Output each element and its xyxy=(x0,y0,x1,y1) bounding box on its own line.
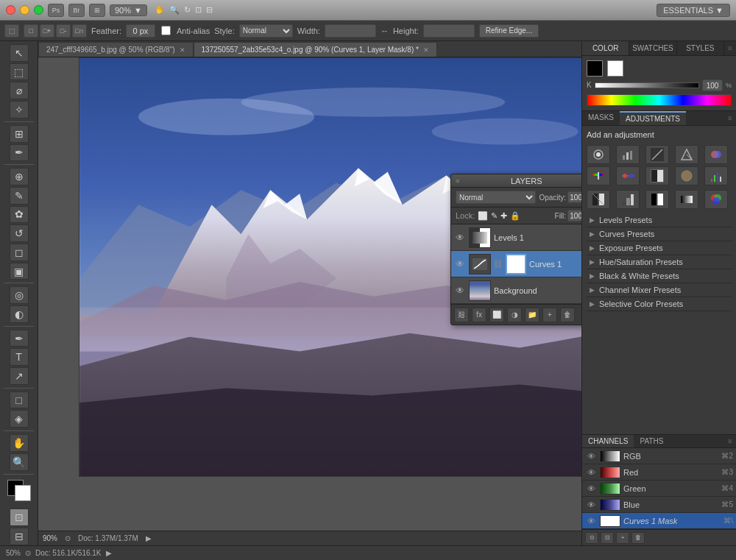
gradmap-adj-icon[interactable] xyxy=(675,190,698,209)
tab-1-close[interactable]: ✕ xyxy=(180,46,185,54)
layer-fx-btn[interactable]: fx xyxy=(472,308,486,322)
k-value-input[interactable] xyxy=(702,79,723,91)
move-tool[interactable]: ↖ xyxy=(10,44,29,62)
zoom-tool[interactable]: 🔍 xyxy=(10,453,29,471)
tab-1[interactable]: 247_cfff349665_b.jpg @ 50% (RGB/8") ✕ xyxy=(38,42,194,57)
preset-item-exposure[interactable]: ▶ Exposure Presets xyxy=(587,241,732,255)
layer-row-background[interactable]: 👁 Background 🔒 xyxy=(451,277,581,304)
selcolor-adj-icon[interactable] xyxy=(704,190,728,209)
layer-group-btn[interactable]: 📁 xyxy=(525,308,539,322)
crop-tool[interactable]: ⊞ xyxy=(10,125,29,143)
magic-wand-tool[interactable]: ✧ xyxy=(10,101,29,118)
dodge-tool[interactable]: ◐ xyxy=(10,305,29,323)
layout2-icon[interactable]: ⊡ xyxy=(195,5,202,15)
colorbalance-adj-icon[interactable] xyxy=(616,166,640,185)
tab-styles[interactable]: STYLES xyxy=(677,41,724,55)
layer-adj-btn[interactable]: ◑ xyxy=(507,308,522,322)
selection-tool-icon[interactable]: ⬚ xyxy=(4,24,19,38)
layer-mask-btn[interactable]: ⬜ xyxy=(489,308,504,322)
invert-adj-icon[interactable] xyxy=(587,190,610,209)
selection-rect-tool[interactable]: ⬚ xyxy=(10,63,29,81)
zoom-tool-icon[interactable]: 🔍 xyxy=(169,5,180,15)
minimize-button[interactable] xyxy=(20,5,29,15)
panel-close-icon[interactable]: ≡ xyxy=(724,41,736,55)
layer-eye-levels[interactable]: 👁 xyxy=(454,232,466,244)
layer-new-btn[interactable]: + xyxy=(542,308,557,322)
layer-row-levels[interactable]: 👁 Levels 1 xyxy=(451,224,581,251)
quick-mask-tool[interactable]: ⊡ xyxy=(10,508,29,526)
close-button[interactable] xyxy=(6,5,15,15)
tab-2-close[interactable]: ✕ xyxy=(423,46,429,54)
maximize-button[interactable] xyxy=(34,5,43,15)
eyedropper-tool[interactable]: ✒ xyxy=(10,144,29,162)
pen-tool[interactable]: ✒ xyxy=(10,330,29,347)
tab-paths[interactable]: PATHS xyxy=(634,435,669,447)
hand-tool-icon[interactable]: ✋ xyxy=(155,5,165,15)
channels-delete-btn[interactable]: 🗑 xyxy=(631,532,645,544)
layer-eye-curves[interactable]: 👁 xyxy=(454,258,466,270)
blend-mode-select[interactable]: Normal Multiply Screen xyxy=(456,191,536,204)
color-spectrum-bar[interactable] xyxy=(587,94,732,106)
layer-row-curves[interactable]: 👁 ⛓ Curves 1 xyxy=(451,251,581,277)
tab-adjustments[interactable]: ADJUSTMENTS xyxy=(620,111,686,125)
curves-adj-icon[interactable] xyxy=(645,145,669,164)
antialias-checkbox[interactable] xyxy=(161,26,171,35)
tab-swatches[interactable]: SWATCHES xyxy=(629,41,676,55)
feather-input[interactable] xyxy=(126,24,155,38)
channels-new-btn[interactable]: + xyxy=(616,532,629,544)
clone-tool[interactable]: ✿ xyxy=(10,206,29,224)
channels-sel-btn[interactable]: ⊡ xyxy=(601,532,614,544)
sub-sel-icon[interactable]: □- xyxy=(56,24,71,38)
lock-trans-icon[interactable]: ⬜ xyxy=(478,211,488,221)
tab-channels[interactable]: CHANNELS xyxy=(582,435,634,447)
threshold-adj-icon[interactable] xyxy=(645,190,669,209)
width-input[interactable] xyxy=(325,24,376,38)
exposure-adj-icon[interactable] xyxy=(675,145,698,164)
preset-item-levels[interactable]: ▶ Levels Presets xyxy=(587,213,732,227)
layout-icon[interactable]: ⊞ xyxy=(89,4,105,17)
channel-eye-green[interactable]: 👁 xyxy=(585,484,597,493)
layout3-icon[interactable]: ⊟ xyxy=(206,5,213,15)
rotate-tool-icon[interactable]: ↻ xyxy=(184,5,191,15)
bw-adj-icon[interactable] xyxy=(645,166,669,185)
tab-color[interactable]: COLOR xyxy=(582,41,629,55)
posterize-adj-icon[interactable] xyxy=(616,190,640,209)
panel-menu-icon[interactable]: ≡ xyxy=(724,111,736,125)
tab-masks[interactable]: MASKS xyxy=(582,111,620,125)
vibrance-adj-icon[interactable] xyxy=(704,145,728,164)
intersect-sel-icon[interactable]: □∩ xyxy=(72,24,87,38)
preset-item-channelmix[interactable]: ▶ Channel Mixer Presets xyxy=(587,283,732,297)
channels-panel-menu[interactable]: ≡ xyxy=(724,435,736,447)
layer-eye-background[interactable]: 👁 xyxy=(454,285,466,297)
channel-row-curves-mask[interactable]: 👁 Curves 1 Mask ⌘\ xyxy=(582,513,736,529)
channel-eye-rgb[interactable]: 👁 xyxy=(585,452,597,461)
blur-tool[interactable]: ◎ xyxy=(10,286,29,304)
shape-tool[interactable]: □ xyxy=(10,391,29,409)
opacity-input[interactable] xyxy=(567,191,581,203)
preset-item-selcolor[interactable]: ▶ Selective Color Presets xyxy=(587,297,732,311)
fill-input[interactable] xyxy=(567,210,581,221)
history-tool[interactable]: ↺ xyxy=(10,224,29,242)
gradient-tool[interactable]: ▣ xyxy=(10,263,29,280)
k-slider[interactable] xyxy=(595,82,699,88)
essentials-button[interactable]: ESSENTIALS ▼ xyxy=(657,4,730,17)
lasso-tool[interactable]: ⌀ xyxy=(10,82,29,99)
layer-delete-btn[interactable]: 🗑 xyxy=(560,308,575,322)
channels-dotted-btn[interactable]: ⊙ xyxy=(585,532,598,544)
lock-paint-icon[interactable]: ✎ xyxy=(491,211,498,221)
refine-edge-button[interactable]: Refine Edge... xyxy=(479,24,539,38)
lock-all-icon[interactable]: 🔒 xyxy=(510,211,520,221)
style-select[interactable]: Normal Fixed Ratio Fixed Size xyxy=(239,24,293,38)
preset-item-curves[interactable]: ▶ Curves Presets xyxy=(587,227,732,241)
channel-eye-curves-mask[interactable]: 👁 xyxy=(585,517,597,525)
color-swatch[interactable] xyxy=(7,480,31,501)
new-sel-icon[interactable]: □ xyxy=(24,24,38,38)
3d-tool[interactable]: ◈ xyxy=(10,410,29,428)
preset-item-bw[interactable]: ▶ Black & White Presets xyxy=(587,269,732,283)
lock-move-icon[interactable]: ✚ xyxy=(500,211,507,221)
background-color[interactable] xyxy=(15,485,31,501)
tab-2[interactable]: 137250557_2ab35e53c4_o.jpg @ 90% (Curves… xyxy=(194,42,437,57)
text-tool[interactable]: T xyxy=(10,348,29,366)
layer-link-btn[interactable]: ⛓ xyxy=(454,308,469,322)
add-sel-icon[interactable]: □+ xyxy=(40,24,54,38)
